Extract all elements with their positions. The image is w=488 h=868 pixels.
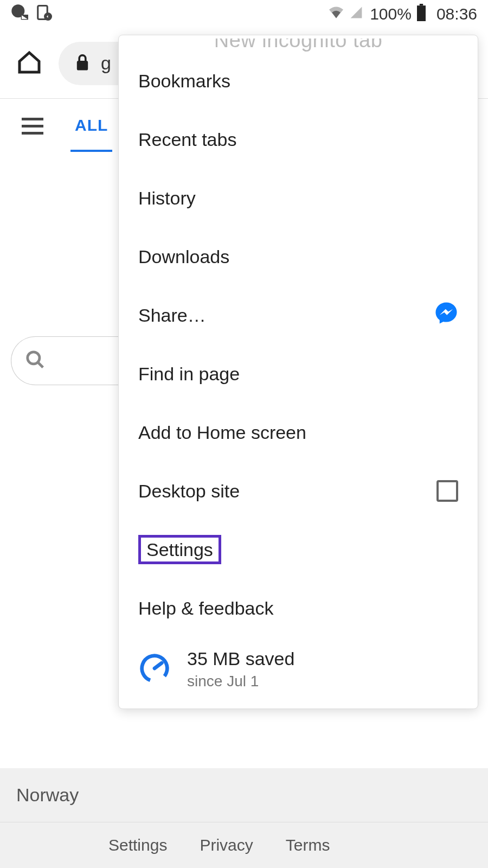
menu-label: Bookmarks <box>138 71 458 92</box>
menu-item-recent-tabs[interactable]: Recent tabs <box>119 110 478 169</box>
menu-item-share[interactable]: Share… <box>119 286 478 344</box>
search-icon <box>25 349 46 372</box>
footer-link-terms[interactable]: Terms <box>286 836 330 854</box>
page-footer: Norway Settings Privacy Terms <box>0 768 488 868</box>
menu-label: Find in page <box>138 363 458 385</box>
svg-line-10 <box>155 663 162 668</box>
svg-rect-6 <box>77 61 88 70</box>
footer-link-privacy[interactable]: Privacy <box>200 836 253 854</box>
checkbox-unchecked-icon[interactable] <box>436 480 458 502</box>
messenger-icon[interactable] <box>434 301 458 329</box>
overflow-menu: New incognito tab Bookmarks Recent tabs … <box>118 35 478 709</box>
menu-item-settings[interactable]: Settings <box>119 520 478 579</box>
url-text: g <box>101 53 111 74</box>
tab-all[interactable]: ALL <box>70 100 112 152</box>
signal-icon <box>349 5 363 23</box>
battery-icon <box>416 4 427 25</box>
settings-highlight-box: Settings <box>138 535 221 565</box>
menu-item-data-saver[interactable]: 35 MB saved since Jul 1 <box>119 637 478 695</box>
footer-location: Norway <box>0 768 488 822</box>
menu-label: Add to Home screen <box>138 422 458 443</box>
svg-point-7 <box>28 352 40 364</box>
search-box[interactable] <box>11 336 130 385</box>
svg-rect-4 <box>420 4 423 5</box>
menu-label: History <box>138 188 458 209</box>
menu-item-add-to-home[interactable]: Add to Home screen <box>119 403 478 462</box>
hamburger-icon[interactable] <box>22 118 43 135</box>
svg-rect-5 <box>417 5 426 21</box>
menu-label: Desktop site <box>138 481 436 502</box>
notification-bubble-icon <box>11 4 28 25</box>
menu-item-history[interactable]: History <box>119 169 478 227</box>
menu-label: Recent tabs <box>138 129 458 150</box>
menu-label: Help & feedback <box>138 598 458 619</box>
menu-item-bookmarks[interactable]: Bookmarks <box>119 52 478 110</box>
status-time: 08:36 <box>436 5 477 23</box>
svg-line-8 <box>38 362 43 368</box>
wifi-icon <box>328 5 345 23</box>
menu-label: Settings <box>138 535 458 565</box>
menu-item-new-incognito-tab[interactable]: New incognito tab <box>119 39 478 52</box>
menu-item-downloads[interactable]: Downloads <box>119 227 478 286</box>
lock-icon <box>75 54 90 73</box>
menu-label: Downloads <box>138 246 458 267</box>
menu-item-desktop-site[interactable]: Desktop site <box>119 462 478 520</box>
gauge-icon <box>138 652 171 687</box>
footer-link-settings[interactable]: Settings <box>108 836 167 854</box>
menu-item-find-in-page[interactable]: Find in page <box>119 344 478 403</box>
sync-icon <box>36 4 52 24</box>
data-saver-since: since Jul 1 <box>187 673 294 690</box>
battery-percent: 100% <box>370 5 412 23</box>
data-saver-amount: 35 MB saved <box>187 648 294 669</box>
home-icon[interactable] <box>16 49 42 78</box>
status-bar: 100% 08:36 <box>0 0 488 28</box>
menu-item-help-feedback[interactable]: Help & feedback <box>119 579 478 637</box>
menu-label: Share… <box>138 305 434 326</box>
